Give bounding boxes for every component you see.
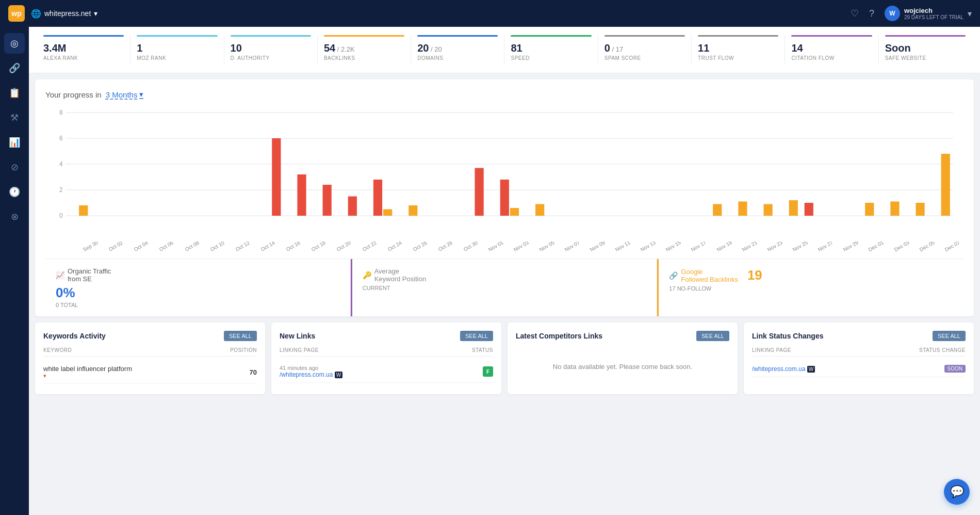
user-chevron[interactable]: ▾ — [968, 9, 972, 19]
keywords-col-keyword: KEYWORD — [43, 347, 72, 353]
keywords-see-all-button[interactable]: SEE ALL — [224, 331, 257, 341]
metric-item-backlinks: 54 / 2.2KBACKLINKS — [318, 35, 411, 65]
user-text: wojciech 29 DAYS LEFT OF TRIAL — [904, 7, 963, 20]
link-status-row: /whitepress.com.ua W SOON — [752, 361, 966, 377]
new-links-header: New Links SEE ALL — [280, 331, 493, 341]
metric-item-domains: 20 / 20DOMAINS — [411, 35, 504, 65]
keywords-col-position: POSITION — [230, 347, 257, 353]
site-selector[interactable]: 🌐 whitepress.net ▾ — [31, 9, 97, 19]
svg-rect-25 — [789, 200, 798, 216]
keyword-name: AverageKeyword Position — [374, 267, 426, 283]
metric-sub: / 2.2K — [335, 45, 355, 53]
new-links-card: New Links SEE ALL LINKING PAGE STATUS 41… — [271, 323, 501, 394]
link-status-see-all-button[interactable]: SEE ALL — [933, 331, 966, 341]
competitors-see-all-button[interactable]: SEE ALL — [696, 331, 729, 341]
new-link-url[interactable]: /whitepress.com.ua W — [280, 371, 342, 378]
chart-x-label: Oct 28 — [433, 242, 458, 253]
chart-x-label: Nov 07 — [560, 242, 584, 253]
sidebar-item-analytics[interactable]: 📊 — [4, 132, 25, 153]
svg-text:2: 2 — [59, 186, 63, 194]
backlinks-name: GoogleFollowed Backlinks — [681, 268, 738, 283]
globe-icon: 🌐 — [31, 9, 41, 19]
chart-x-label: Oct 14 — [255, 242, 280, 253]
metric-value: 14 — [791, 42, 803, 54]
keywords-row: white label influencer platform ▾ 70 — [43, 361, 257, 384]
main-layout: ◎ 🔗 📋 ⚒ 📊 ⊘ 🕐 ⊗ 3.4MALEXA RANK1MOZ RANK1… — [0, 27, 980, 515]
sidebar-item-links[interactable]: 🔗 — [4, 58, 25, 78]
metric-value: 1 — [137, 42, 142, 54]
svg-text:8: 8 — [59, 109, 63, 116]
sidebar-item-block[interactable]: ⊘ — [4, 157, 25, 178]
svg-rect-19 — [500, 180, 509, 216]
metric-sub: / 20 — [429, 45, 442, 53]
top-nav-right: ♡ ? W wojciech 29 DAYS LEFT OF TRIAL ▾ — [851, 6, 972, 21]
metric-bar-indicator — [324, 35, 404, 37]
new-links-cols: LINKING PAGE STATUS — [280, 347, 493, 357]
progress-title: Your progress in — [45, 90, 102, 99]
competitors-no-data: No data available yet. Please come back … — [516, 347, 729, 386]
chart-x-label: Oct 30 — [458, 242, 483, 253]
metric-item-trust-flow: 11TRUST FLOW — [692, 35, 785, 65]
chart-x-label: Dec 05 — [914, 242, 939, 253]
competitors-title: Latest Competitors Links — [516, 332, 602, 340]
metric-bar-indicator — [885, 35, 966, 37]
progress-header: Your progress in 3 Months ▾ — [45, 90, 963, 99]
sidebar: ◎ 🔗 📋 ⚒ 📊 ⊘ 🕐 ⊗ — [0, 27, 29, 515]
metric-item-speed: 81SPEED — [504, 35, 598, 65]
favorites-button[interactable]: ♡ — [851, 8, 859, 19]
sidebar-item-history[interactable]: 🕐 — [4, 182, 25, 202]
link-status-url[interactable]: /whitepress.com.ua W — [752, 365, 815, 373]
sidebar-item-dashboard[interactable]: ◎ — [4, 33, 25, 54]
chat-button[interactable]: 💬 — [944, 479, 970, 505]
chart-x-label: Nov 15 — [661, 242, 686, 253]
chart-x-label: Nov 11 — [610, 242, 635, 253]
metric-label: SAFE WEBSITE — [885, 55, 926, 61]
user-trial: 29 DAYS LEFT OF TRIAL — [904, 14, 963, 20]
sidebar-item-orders[interactable]: 📋 — [4, 83, 25, 103]
chart-x-label: Nov 21 — [737, 242, 762, 253]
chart-x-label: Oct 12 — [230, 242, 255, 253]
stats-row: 📈 Organic Trafficfrom SE 0% 0 TOTAL 🔑 Av… — [45, 259, 963, 316]
metric-label: CITATION FLOW — [791, 55, 834, 61]
metric-bar-indicator — [417, 35, 498, 37]
backlinks-icon: 🔗 — [669, 271, 678, 280]
sidebar-item-settings[interactable]: ⊗ — [4, 206, 25, 227]
help-button[interactable]: ? — [869, 8, 874, 19]
svg-rect-27 — [865, 203, 874, 216]
metric-bar-indicator — [43, 35, 124, 37]
competitors-header: Latest Competitors Links SEE ALL — [516, 331, 729, 341]
progress-period-selector[interactable]: 3 Months ▾ — [106, 90, 144, 99]
link-status-cols: LINKING PAGE STATUS CHANGE — [752, 347, 966, 357]
metric-item-d.-authority: 10D. AUTHORITY — [224, 35, 318, 65]
chart-x-label: Nov 19 — [712, 242, 737, 253]
metric-item-safe-website: SoonSAFE WEBSITE — [879, 35, 972, 65]
sidebar-item-tools[interactable]: ⚒ — [4, 107, 25, 128]
metric-item-moz-rank: 1MOZ RANK — [130, 35, 224, 65]
svg-rect-18 — [475, 168, 484, 216]
site-name: whitepress.net — [44, 9, 91, 18]
keywords-card-header: Keywords Activity SEE ALL — [43, 331, 257, 341]
keyword-text: white label influencer platform — [43, 365, 132, 373]
keywords-cols: KEYWORD POSITION — [43, 347, 257, 357]
new-links-col-page: LINKING PAGE — [280, 347, 319, 353]
svg-rect-30 — [941, 154, 950, 216]
metric-value: 10 — [231, 42, 242, 54]
chart-x-label: Oct 04 — [129, 242, 154, 253]
chart-x-label: Nov 03 — [509, 242, 534, 253]
chart-x-label: Dec 07 — [940, 242, 963, 253]
svg-rect-10 — [79, 205, 88, 216]
organic-icon: 📈 — [56, 271, 64, 279]
chart-x-label: Oct 20 — [332, 242, 356, 253]
backlinks-value: 19 — [747, 267, 762, 283]
progress-section: Your progress in 3 Months ▾ 02468 Sep 30… — [35, 79, 974, 316]
organic-sub: 0 TOTAL — [56, 302, 340, 308]
new-links-col-status: STATUS — [472, 347, 493, 353]
chart-x-label: Sep 30 — [78, 242, 103, 253]
svg-rect-28 — [890, 202, 899, 216]
svg-rect-26 — [805, 203, 813, 216]
chart-x-label: Oct 08 — [179, 242, 204, 253]
chart-x-label: Oct 06 — [154, 242, 179, 253]
svg-rect-15 — [373, 180, 382, 216]
metric-bar-indicator — [511, 35, 591, 37]
new-links-see-all-button[interactable]: SEE ALL — [460, 331, 493, 341]
